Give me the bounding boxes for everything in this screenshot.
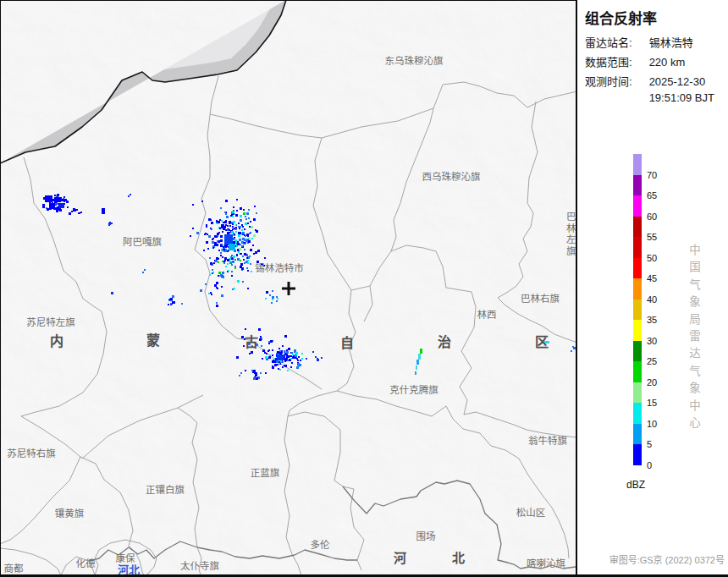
product-title: 组合反射率 (585, 7, 657, 28)
echo-pixel (218, 261, 219, 263)
echo-pixel (144, 269, 146, 271)
echo-pixel (224, 257, 227, 260)
echo-pixel (169, 299, 171, 300)
echo-pixel (57, 194, 59, 196)
echo-pixel (222, 261, 223, 262)
echo-pixel (253, 253, 255, 255)
legend-swatch (633, 299, 642, 321)
echo-pixel (168, 304, 169, 305)
legend-swatch (633, 258, 642, 279)
legend-tick: 0 (647, 461, 652, 470)
echo-pixel (231, 255, 233, 256)
credit-char: 中 (686, 242, 704, 259)
echo-pixel (293, 355, 295, 357)
echo-pixel (256, 212, 257, 214)
echo-pixel (170, 303, 172, 305)
echo-pixel (247, 262, 249, 264)
echo-pixel (573, 347, 576, 349)
credit-char: 局 (686, 311, 704, 328)
echo-pixel (234, 288, 235, 289)
echo-pixel (232, 223, 234, 225)
credit-char: 气 (686, 277, 704, 294)
echo-pixel (285, 360, 287, 361)
echo-pixel (279, 369, 281, 371)
echo-pixel (237, 258, 240, 261)
echo-pixel (230, 215, 232, 217)
echo-pixel (271, 302, 273, 304)
echo-pixel (255, 374, 257, 376)
echo-pixel (49, 203, 54, 207)
echo-pixel (216, 302, 218, 304)
echo-pixel (232, 228, 234, 230)
echo-pixel (219, 219, 221, 221)
echo-pixel (212, 272, 214, 273)
echo-pixel (212, 269, 213, 271)
echo-pixel (232, 261, 234, 263)
echo-pixel (238, 226, 240, 228)
field-station-label: 雷达站名: (585, 34, 644, 50)
echo-pixel (248, 217, 250, 219)
echo-pixel (268, 341, 270, 343)
echo-pixel (223, 224, 224, 226)
echo-pixel (244, 228, 245, 230)
echo-pixel (294, 351, 295, 353)
legend-tick: 25 (647, 357, 657, 366)
legend-tick: 55 (647, 233, 657, 242)
echo-pixel (225, 224, 227, 226)
echo-pixel (288, 348, 290, 350)
echo-pixel (227, 217, 229, 218)
field-obstime-label: 观测时间: (585, 73, 644, 89)
echo-pixel (240, 207, 242, 210)
echo-pixel (290, 358, 292, 360)
echo-pixel (264, 352, 266, 354)
echo-pixel (299, 364, 301, 366)
echo-pixel (211, 228, 212, 230)
echo-pixel (237, 243, 240, 245)
echo-pixel (227, 259, 229, 261)
echo-pixel (306, 358, 307, 360)
echo-pixel (239, 239, 241, 241)
echo-pixel (270, 340, 273, 343)
echo-pixel (214, 235, 217, 238)
echo-pixel (238, 223, 240, 224)
echo-pixel (287, 370, 289, 371)
echo-pixel (59, 203, 64, 208)
echo-pixel (218, 221, 220, 223)
radar-map-canvas (0, 0, 577, 577)
echo-pixel (253, 218, 256, 221)
echo-pixel (250, 221, 251, 223)
echo-pixel (233, 233, 234, 234)
echo-pixel (315, 356, 317, 358)
echo-pixel (223, 250, 225, 252)
echo-pixel (234, 266, 236, 267)
echo-pixel (205, 283, 207, 285)
echo-pixel (225, 213, 227, 215)
field-obstime-date: 2025-12-30 (649, 75, 706, 88)
echo-pixel (571, 350, 572, 352)
echo-pixel (222, 256, 223, 258)
echo-pixel (251, 351, 253, 354)
echo-pixel (207, 248, 209, 250)
echo-pixel (261, 345, 262, 347)
echo-pixel (217, 288, 218, 289)
echo-pixel (225, 200, 228, 202)
echo-pixel (279, 348, 280, 349)
echo-pixel (290, 366, 292, 368)
echo-pixel (250, 249, 252, 251)
echo-pixel (196, 232, 199, 234)
info-panel: 组合反射率 雷达站名: 锡林浩特 数据范围: 220 km 观测时间: 2025… (577, 0, 728, 577)
echo-pixel (254, 206, 256, 207)
legend-tick: 50 (647, 254, 657, 263)
echo-pixel (295, 354, 297, 355)
legend-swatch (633, 382, 642, 404)
echo-pixel (242, 256, 244, 257)
legend-swatch (633, 444, 642, 465)
echo-pixel (222, 272, 224, 274)
echo-pixel (239, 228, 240, 229)
echo-pixel (208, 293, 210, 294)
echo-pixel (50, 208, 52, 210)
echo-pixel (247, 270, 249, 272)
echo-pixel (265, 298, 267, 299)
echo-pixel (295, 357, 296, 359)
echo-pixel (42, 204, 45, 206)
